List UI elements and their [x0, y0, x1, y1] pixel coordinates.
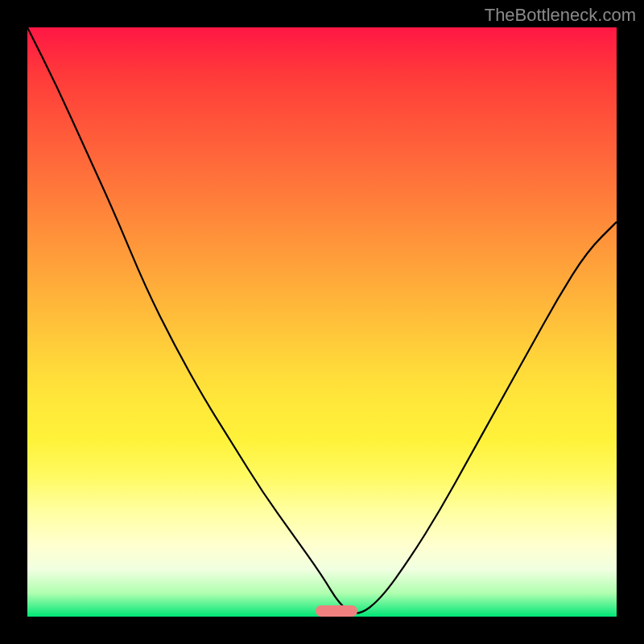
bottleneck-curve: [27, 27, 617, 617]
curve-path: [27, 27, 617, 613]
watermark-text: TheBottleneck.com: [485, 5, 636, 26]
chart-plot-area: [27, 27, 617, 617]
optimal-marker: [316, 605, 357, 617]
